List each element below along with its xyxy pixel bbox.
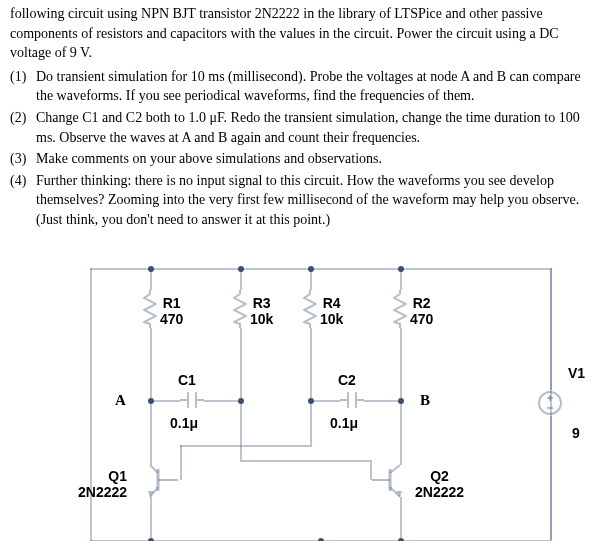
- label-name: Q1: [108, 468, 127, 484]
- label-Q2: Q2 2N2222: [415, 468, 464, 502]
- node-dot: [148, 398, 154, 404]
- question-number: (2): [10, 108, 36, 147]
- label-C1-value: 0.1μ: [170, 415, 198, 432]
- wire: [150, 400, 180, 402]
- capacitor-C1: [180, 390, 204, 410]
- capacitor-C2: [340, 390, 364, 410]
- label-R3: R3 10k: [250, 295, 273, 329]
- node-dot: [238, 266, 244, 272]
- wire: [364, 400, 400, 402]
- question-number: (3): [10, 149, 36, 169]
- label-name: R1: [163, 295, 181, 311]
- question-2: (2) Change C1 and C2 both to 1.0 μF. Red…: [10, 108, 601, 147]
- node-dot: [238, 398, 244, 404]
- node-dot: [308, 398, 314, 404]
- transistor-Q2: [372, 463, 402, 499]
- voltage-source-V1: [537, 390, 563, 416]
- question-text: Make comments on your above simulations …: [36, 149, 601, 169]
- label-value: 0.1μ: [330, 415, 358, 431]
- wire: [240, 460, 370, 462]
- label-V1-value: 9: [572, 425, 580, 442]
- wire: [550, 268, 552, 390]
- label-value: 9: [572, 425, 580, 441]
- transistor-Q1: [138, 463, 168, 499]
- wire: [400, 497, 402, 540]
- label-value: 470: [410, 311, 433, 327]
- node-dot: [148, 266, 154, 272]
- node-B: B: [420, 390, 430, 411]
- resistor-R3: [233, 290, 247, 328]
- question-4: (4) Further thinking: there is no input …: [10, 171, 601, 230]
- label-value: 10k: [250, 311, 273, 327]
- label-value: 2N2222: [78, 484, 127, 500]
- question-text: Change C1 and C2 both to 1.0 μF. Redo th…: [36, 108, 601, 147]
- resistor-R4: [303, 290, 317, 328]
- intro-text: following circuit using NPN BJT transist…: [10, 4, 601, 63]
- wire: [310, 400, 312, 445]
- node-dot: [398, 266, 404, 272]
- label-C2: C2: [338, 372, 356, 389]
- wire: [240, 400, 242, 460]
- wire: [90, 268, 550, 270]
- label-V1: V1: [568, 365, 585, 382]
- wire: [180, 445, 182, 480]
- circuit-diagram: R1 470 R3 10k R4 10k R2 470 C1 0.1μ C2 0…: [20, 250, 590, 541]
- wire: [240, 328, 242, 400]
- node-dot: [318, 538, 324, 541]
- label-R2: R2 470: [410, 295, 433, 329]
- wire: [400, 328, 402, 400]
- wire: [310, 328, 312, 400]
- question-list: (1) Do transient simulation for 10 ms (m…: [10, 67, 601, 230]
- node-dot: [398, 398, 404, 404]
- label-value: 470: [160, 311, 183, 327]
- resistor-R2: [393, 290, 407, 328]
- label-value: 2N2222: [415, 484, 464, 500]
- wire: [150, 497, 152, 540]
- label-value: 0.1μ: [170, 415, 198, 431]
- label-name: R3: [253, 295, 271, 311]
- node-dot: [148, 538, 154, 541]
- wire: [310, 400, 340, 402]
- node-dot: [398, 538, 404, 541]
- label-name: V1: [568, 365, 585, 381]
- label-name: C2: [338, 372, 356, 388]
- node-dot: [308, 266, 314, 272]
- resistor-R1: [143, 290, 157, 328]
- wire: [204, 400, 240, 402]
- label-name: Q2: [430, 468, 449, 484]
- label-R1: R1 470: [160, 295, 183, 329]
- node-A: A: [115, 390, 126, 411]
- label-value: 10k: [320, 311, 343, 327]
- label-R4: R4 10k: [320, 295, 343, 329]
- label-name: R2: [413, 295, 431, 311]
- label-C1: C1: [178, 372, 196, 389]
- question-1: (1) Do transient simulation for 10 ms (m…: [10, 67, 601, 106]
- question-text: Do transient simulation for 10 ms (milli…: [36, 67, 601, 106]
- question-number: (4): [10, 171, 36, 230]
- label-C2-value: 0.1μ: [330, 415, 358, 432]
- wire: [150, 400, 152, 465]
- question-number: (1): [10, 67, 36, 106]
- wire: [550, 416, 552, 540]
- wire: [150, 328, 152, 400]
- question-3: (3) Make comments on your above simulati…: [10, 149, 601, 169]
- question-text: Further thinking: there is no input sign…: [36, 171, 601, 230]
- label-Q1: Q1 2N2222: [78, 468, 127, 502]
- label-name: C1: [178, 372, 196, 388]
- wire: [400, 400, 402, 465]
- label-name: R4: [323, 295, 341, 311]
- wire: [180, 445, 312, 447]
